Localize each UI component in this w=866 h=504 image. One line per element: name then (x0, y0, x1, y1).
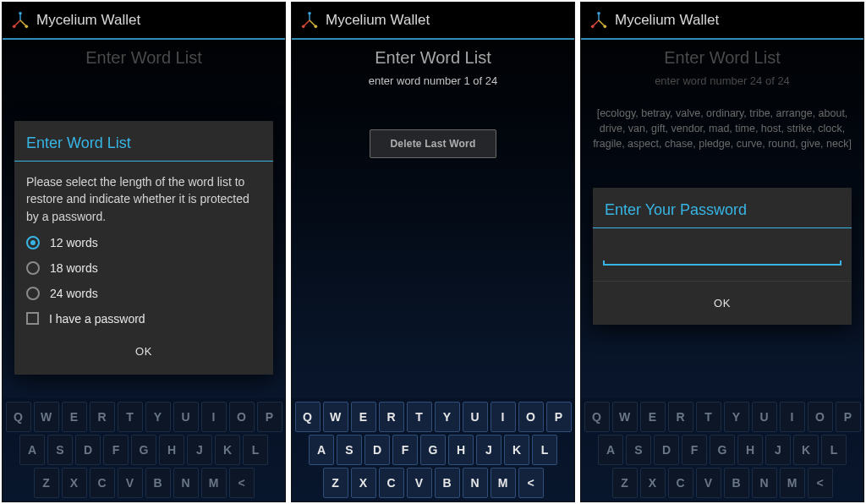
key-x[interactable]: X (62, 468, 87, 498)
key-u[interactable]: U (463, 402, 488, 432)
key-k[interactable]: K (215, 435, 240, 465)
page-header: Enter Word List enter word number 24 of … (581, 40, 863, 87)
key-v[interactable]: V (407, 468, 432, 498)
key-w[interactable]: W (612, 402, 638, 432)
key-u[interactable]: U (752, 402, 777, 432)
key-z[interactable]: Z (34, 468, 59, 498)
radio-18-words[interactable]: 18 words (14, 255, 273, 281)
key-r[interactable]: R (90, 402, 115, 432)
key-z[interactable]: Z (612, 468, 638, 498)
key-r[interactable]: R (668, 402, 693, 432)
key-t[interactable]: T (407, 402, 432, 432)
key-a[interactable]: A (309, 435, 334, 465)
key-backspace[interactable]: < (518, 468, 544, 498)
key-d[interactable]: D (75, 435, 101, 465)
dialog-title: Enter Word List (14, 121, 273, 162)
screen-enter-word-1: Mycelium Wallet Enter Word List enter wo… (291, 2, 575, 502)
input-underline-icon (603, 262, 841, 267)
key-i[interactable]: I (201, 402, 227, 432)
key-i[interactable]: I (491, 402, 516, 432)
key-backspace[interactable]: < (229, 468, 255, 498)
key-r[interactable]: R (379, 402, 404, 432)
svg-point-9 (308, 12, 311, 15)
key-o[interactable]: O (229, 402, 255, 432)
key-w[interactable]: W (323, 402, 348, 432)
key-d[interactable]: D (654, 435, 679, 465)
key-b[interactable]: B (435, 468, 460, 498)
checkbox-have-password[interactable]: I have a password (14, 306, 273, 331)
key-g[interactable]: G (131, 435, 156, 465)
key-y[interactable]: Y (435, 402, 460, 432)
key-p[interactable]: P (257, 402, 282, 432)
key-e[interactable]: E (351, 402, 376, 432)
key-h[interactable]: H (159, 435, 184, 465)
key-s[interactable]: S (337, 435, 362, 465)
key-q[interactable]: Q (6, 402, 31, 432)
key-l[interactable]: L (532, 435, 557, 465)
key-c[interactable]: C (90, 468, 115, 498)
key-t[interactable]: T (696, 402, 721, 432)
key-e[interactable]: E (640, 402, 666, 432)
key-backspace[interactable]: < (808, 468, 833, 498)
key-p[interactable]: P (836, 402, 861, 432)
svg-point-11 (315, 25, 318, 29)
key-m[interactable]: M (780, 468, 805, 498)
key-l[interactable]: L (243, 435, 268, 465)
key-a[interactable]: A (19, 435, 45, 465)
key-h[interactable]: H (737, 435, 763, 465)
key-o[interactable]: O (808, 402, 833, 432)
screen-enter-password: Mycelium Wallet Enter Word List enter wo… (580, 2, 864, 502)
key-v[interactable]: V (696, 468, 721, 498)
key-j[interactable]: J (187, 435, 212, 465)
key-g[interactable]: G (710, 435, 735, 465)
keyboard: QWERTYUIOP ASDFGHJKL ZXCVBNM< (292, 398, 574, 501)
checkbox-label: I have a password (49, 312, 145, 326)
key-n[interactable]: N (463, 468, 488, 498)
radio-24-words[interactable]: 24 words (14, 281, 273, 306)
key-k[interactable]: K (504, 435, 529, 465)
key-f[interactable]: F (682, 435, 707, 465)
radio-12-words[interactable]: 12 words (14, 230, 273, 255)
key-f[interactable]: F (392, 435, 418, 465)
key-m[interactable]: M (201, 468, 227, 498)
key-j[interactable]: J (476, 435, 502, 465)
key-s[interactable]: S (47, 435, 73, 465)
key-s[interactable]: S (626, 435, 651, 465)
key-p[interactable]: P (546, 402, 572, 432)
key-y[interactable]: Y (724, 402, 749, 432)
key-n[interactable]: N (752, 468, 777, 498)
key-c[interactable]: C (668, 468, 693, 498)
key-d[interactable]: D (364, 435, 390, 465)
key-q[interactable]: Q (295, 402, 321, 432)
key-k[interactable]: K (793, 435, 819, 465)
key-n[interactable]: N (173, 468, 199, 498)
key-x[interactable]: X (351, 468, 376, 498)
delete-last-word-button[interactable]: Delete Last Word (370, 129, 496, 158)
key-t[interactable]: T (118, 402, 143, 432)
key-b[interactable]: B (724, 468, 749, 498)
key-c[interactable]: C (379, 468, 404, 498)
key-l[interactable]: L (821, 435, 847, 465)
radio-label: 18 words (50, 261, 98, 275)
key-z[interactable]: Z (323, 468, 348, 498)
ok-button[interactable]: OK (693, 292, 751, 315)
key-i[interactable]: I (780, 402, 805, 432)
page-title: Enter Word List (3, 48, 285, 68)
key-w[interactable]: W (34, 402, 59, 432)
key-a[interactable]: A (598, 435, 623, 465)
key-j[interactable]: J (765, 435, 791, 465)
key-f[interactable]: F (103, 435, 129, 465)
key-x[interactable]: X (640, 468, 666, 498)
key-g[interactable]: G (420, 435, 446, 465)
key-y[interactable]: Y (145, 402, 171, 432)
key-b[interactable]: B (145, 468, 171, 498)
key-m[interactable]: M (491, 468, 516, 498)
svg-point-16 (591, 25, 595, 29)
key-v[interactable]: V (118, 468, 143, 498)
ok-button[interactable]: OK (115, 340, 173, 363)
key-o[interactable]: O (518, 402, 544, 432)
key-u[interactable]: U (173, 402, 199, 432)
key-h[interactable]: H (448, 435, 474, 465)
key-q[interactable]: Q (584, 402, 610, 432)
key-e[interactable]: E (62, 402, 87, 432)
